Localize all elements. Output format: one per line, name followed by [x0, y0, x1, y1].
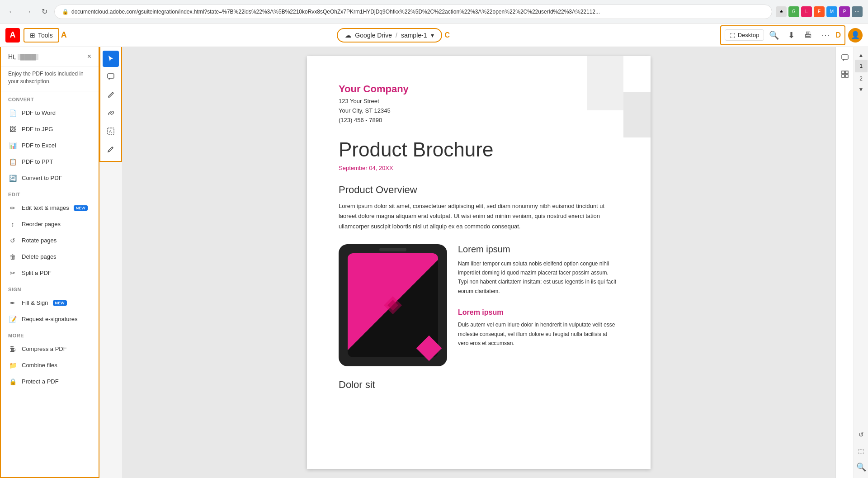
reorder-icon: ↕: [8, 220, 17, 229]
sidebar-item-compress[interactable]: 🗜 Compress a PDF: [1, 341, 99, 357]
ext-4[interactable]: M: [826, 6, 837, 17]
cursor-tool-button[interactable]: [103, 51, 119, 67]
scroll-up-button[interactable]: ▲: [855, 51, 868, 60]
more-section-label: MORE: [1, 327, 99, 341]
cloud-drive-icon: ☁: [345, 32, 351, 39]
sidebar-item-rotate[interactable]: ↺ Rotate pages: [1, 232, 99, 249]
lock-icon: 🔒: [62, 9, 69, 15]
sidebar-item-pdf-to-jpg[interactable]: 🖼 PDF to JPG: [1, 121, 99, 137]
protect-icon: 🔒: [8, 377, 17, 386]
ext-2[interactable]: L: [801, 6, 812, 17]
avatar-icon: 👤: [851, 31, 860, 39]
link-tool-button[interactable]: [103, 105, 119, 121]
back-button[interactable]: ←: [5, 5, 18, 18]
page-fit-button[interactable]: ⬚: [854, 444, 868, 458]
header-right-area: ⬚ Desktop 🔍 ⬇ 🖶 ⋯ D 👤: [720, 25, 863, 45]
pdf-to-word-icon: 📄: [8, 109, 17, 118]
label-c-indicator: C: [445, 31, 450, 39]
col-text: Lorem ipsum Nam liber tempor cum soluta …: [458, 244, 619, 366]
header-left-group: ⊞ Tools A: [24, 28, 67, 43]
overview-title: Product Overview: [339, 184, 619, 196]
scroll-down-button[interactable]: ▼: [855, 85, 868, 94]
rotate-label: Rotate pages: [22, 237, 57, 244]
edit-tool-button[interactable]: [103, 141, 119, 157]
page-1-button[interactable]: 1: [855, 60, 868, 72]
comments-panel-button[interactable]: [838, 51, 852, 65]
breadcrumb-separator: /: [396, 32, 397, 39]
sidebar-item-edit-text[interactable]: ✏ Edit text & images NEW: [1, 200, 99, 216]
ext-6[interactable]: ⋯: [852, 6, 863, 17]
sidebar-item-pdf-to-ppt[interactable]: 📋 PDF to PPT: [1, 154, 99, 170]
pdf-to-ppt-label: PDF to PPT: [22, 158, 53, 165]
sidebar-item-convert-to-pdf[interactable]: 🔄 Convert to PDF: [1, 170, 99, 186]
address-bar[interactable]: 🔒 documentcloud.adobe.com/gsuiteintegrat…: [54, 5, 772, 19]
text-tool-button[interactable]: A: [103, 123, 119, 139]
file-name-label: sample-1: [401, 32, 427, 39]
pen-tool-button[interactable]: [103, 87, 119, 103]
combine-label: Combine files: [22, 362, 57, 369]
pdf-to-ppt-icon: 📋: [8, 157, 17, 166]
ext-1[interactable]: G: [788, 6, 799, 17]
label-a-indicator: A: [61, 30, 67, 40]
svg-rect-6: [842, 71, 844, 74]
page-numbers-panel: ▲ 1 2 ▼ ↺ ⬚ 🔍 E: [854, 47, 868, 478]
tools-tab[interactable]: ⊞ Tools: [24, 28, 59, 43]
refresh-button[interactable]: ↻: [38, 5, 51, 18]
user-avatar[interactable]: 👤: [848, 28, 863, 43]
header-center: ☁ Google Drive / sample-1 ▾ C: [72, 28, 715, 43]
sidebar-item-pdf-to-excel[interactable]: 📊 PDF to Excel: [1, 137, 99, 154]
sidebar-item-reorder[interactable]: ↕ Reorder pages: [1, 216, 99, 232]
zoom-in-button[interactable]: ↺: [854, 427, 868, 442]
doc-date: September 04, 20XX: [339, 165, 619, 171]
forward-button[interactable]: →: [22, 5, 34, 18]
text-tool-icon: A: [107, 127, 115, 135]
search-button[interactable]: 🔍: [767, 28, 781, 43]
compress-label: Compress a PDF: [22, 345, 67, 352]
file-breadcrumb[interactable]: ☁ Google Drive / sample-1 ▾: [337, 28, 442, 43]
header-left: A ⊞ Tools A: [5, 28, 67, 43]
print-button[interactable]: 🖶: [801, 28, 816, 43]
sidebar-item-pdf-to-word[interactable]: 📄 PDF to Word: [1, 105, 99, 121]
combine-icon: 📁: [8, 361, 17, 370]
comment-panel-icon: [841, 54, 849, 62]
sidebar-item-fill-sign[interactable]: ✒ Fill & Sign NEW: [1, 295, 99, 311]
pdf-viewer[interactable]: Your Company 123 Your Street Your City, …: [122, 47, 835, 478]
convert-to-pdf-label: Convert to PDF: [22, 175, 62, 181]
breadcrumb-group: ☁ Google Drive / sample-1 ▾ C: [337, 28, 450, 43]
two-col-section: Lorem ipsum Nam liber tempor cum soluta …: [339, 244, 619, 366]
sidebar-item-protect[interactable]: 🔒 Protect a PDF: [1, 374, 99, 390]
sidebar-item-split[interactable]: ✂ Split a PDF: [1, 265, 99, 281]
chevron-down-icon: ▾: [431, 32, 434, 39]
desktop-label: Desktop: [738, 32, 760, 38]
zoom-out-button[interactable]: 🔍: [854, 460, 868, 474]
comment-tool-button[interactable]: [103, 69, 119, 85]
sidebar-header: Hi, ████ ×: [1, 47, 99, 66]
sidebar-item-request-signatures[interactable]: 📝 Request e-signatures: [1, 311, 99, 327]
sidebar-item-delete[interactable]: 🗑 Delete pages: [1, 249, 99, 265]
more-options-button[interactable]: ⋯: [818, 28, 833, 43]
svg-rect-9: [845, 75, 848, 77]
address-line2: Your City, ST 12345: [339, 106, 619, 116]
ext-3[interactable]: F: [814, 6, 825, 17]
col1-text: Nam liber tempor cum soluta nobis eleife…: [458, 259, 619, 296]
download-button[interactable]: ⬇: [784, 28, 798, 43]
col1-heading2: Lorem ipsum: [458, 308, 619, 317]
grid-view-button[interactable]: [838, 67, 852, 81]
close-sidebar-button[interactable]: ×: [87, 52, 91, 61]
sidebar-item-combine[interactable]: 📁 Combine files: [1, 357, 99, 374]
convert-to-pdf-icon: 🔄: [8, 174, 17, 183]
new-badge-edit: NEW: [74, 205, 88, 211]
pen-icon: [107, 91, 115, 99]
cursor-icon: [107, 55, 115, 63]
request-sign-icon: 📝: [8, 315, 17, 324]
svg-rect-5: [842, 55, 848, 59]
company-address: 123 Your Street Your City, ST 12345 (123…: [339, 97, 619, 125]
app-header: A ⊞ Tools A ☁ Google Drive / sample-1 ▾: [0, 24, 868, 47]
pdf-to-excel-icon: 📊: [8, 141, 17, 150]
request-sign-label: Request e-signatures: [22, 316, 78, 322]
ext-5[interactable]: P: [839, 6, 850, 17]
desktop-button[interactable]: ⬚ Desktop: [725, 29, 764, 41]
pdf-to-word-label: PDF to Word: [22, 109, 56, 116]
page-2-button[interactable]: 2: [855, 72, 868, 85]
ext-bookmark[interactable]: ★: [776, 6, 787, 17]
